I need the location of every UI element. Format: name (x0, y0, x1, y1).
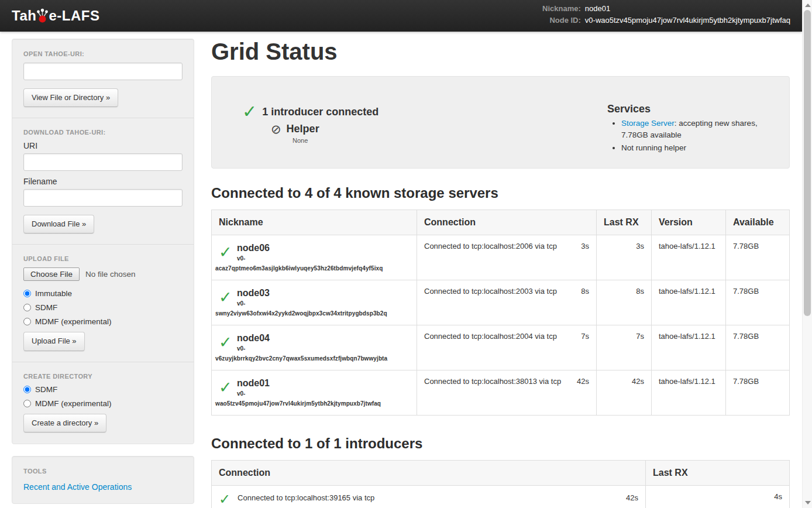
node-id-label: Node ID: (542, 16, 581, 26)
brand-logo[interactable]: Tah e-LAFS (12, 8, 99, 24)
scroll-up-arrow-icon[interactable] (805, 4, 811, 7)
upload-mdmf-label: MDMF (experimental) (35, 317, 112, 326)
server-id-hash: v6zuyjkbrrkqy2bvc2cny7qwax5sxumedsxfzfjw… (215, 355, 410, 362)
server-version: tahoe-lafs/1.12.1 (652, 370, 726, 416)
introducers-heading: Connected to 1 of 1 introducers (211, 435, 790, 452)
server-last-rx: 8s (597, 280, 652, 325)
connected-check-icon: ✓ (219, 288, 232, 307)
sidebar-divider (12, 118, 194, 118)
recent-operations-link[interactable]: Recent and Active Operations (23, 482, 132, 492)
server-last-rx: 3s (597, 235, 652, 280)
col-connection: Connection (417, 210, 597, 235)
table-row: ✓ node06 v0- acaz7qptmeo6m3asjlgkb6iwlyu… (212, 235, 790, 280)
col-nickname: Nickname (212, 210, 417, 235)
col-available: Available (726, 210, 790, 235)
scroll-down-arrow-icon[interactable] (805, 501, 811, 504)
node-info: Nickname: node01 Node ID: v0-wao5tzv45pm… (542, 4, 790, 26)
download-uri-section: DOWNLOAD TAHOE-URI: URI Filename Downloa… (23, 129, 183, 234)
table-header-row: Connection Last RX (212, 461, 790, 486)
server-id-prefix: v0- (237, 300, 410, 307)
service-helper-item: Not running helper (621, 142, 778, 154)
server-connection: Connected to tcp:localhost:2004 via tcp (424, 332, 557, 341)
introducer-connected-check-icon: ✓ (242, 103, 257, 121)
storage-servers-table: Nickname Connection Last RX Version Avai… (211, 210, 790, 416)
scrollbar-thumb[interactable] (804, 10, 811, 316)
node-id-value: v0-wao5tzv45pmoju47jow7rvl4ukirjm5ytbh2k… (585, 16, 790, 26)
upload-file-label: UPLOAD FILE (23, 255, 183, 262)
server-nickname: node06 (237, 242, 410, 253)
upload-file-button[interactable]: Upload File » (23, 332, 85, 351)
open-uri-section: OPEN TAHOE-URI: View File or Directory » (23, 50, 183, 107)
status-left-column: ✓ 1 introducer connected ⊘ Helper None (223, 88, 607, 157)
download-uri-input[interactable] (23, 153, 183, 171)
table-row: ✓ node01 v0- wao5tzv45pmoju47jow7rvl4uki… (212, 370, 790, 416)
open-uri-input[interactable] (23, 63, 183, 80)
upload-file-section: UPLOAD FILE Choose File No file chosen I… (23, 255, 183, 351)
sidebar: OPEN TAHOE-URI: View File or Directory »… (12, 39, 194, 504)
download-filename-input[interactable] (23, 189, 183, 207)
connection-age: 42s (626, 492, 638, 502)
upload-sdmf-radio[interactable] (23, 304, 31, 311)
table-row: ✓ node03 v0- swny2viyw63ofxwi4x2yykd2woq… (212, 280, 790, 325)
download-uri-label: DOWNLOAD TAHOE-URI: (23, 129, 183, 136)
server-nickname: node01 (237, 377, 410, 389)
server-id-hash: acaz7qptmeo6m3asjlgkb6iwlyuqey53hz26tbdm… (215, 265, 410, 272)
view-file-button[interactable]: View File or Directory » (23, 88, 118, 107)
mkdir-sdmf-radio[interactable] (23, 386, 31, 393)
page-body: OPEN TAHOE-URI: View File or Directory »… (0, 32, 802, 508)
mkdir-mdmf-radio[interactable] (23, 400, 31, 407)
storage-servers-heading: Connected to 4 of 4 known storage server… (211, 185, 790, 201)
introducer-status-text: 1 introducer connected (262, 106, 379, 118)
page-title: Grid Status (211, 39, 790, 64)
upload-mdmf-radio[interactable] (23, 318, 31, 325)
introducer-last-rx: 4s (646, 486, 790, 508)
upload-sdmf-label: SDMF (35, 303, 57, 312)
download-file-button[interactable]: Download File » (23, 215, 94, 234)
server-version: tahoe-lafs/1.12.1 (652, 325, 726, 370)
storage-server-link[interactable]: Storage Server (621, 119, 675, 128)
connected-check-icon: ✓ (219, 491, 230, 507)
col-last-rx: Last RX (646, 461, 790, 486)
mkdir-mdmf-label: MDMF (experimental) (35, 399, 112, 408)
upload-immutable-radio[interactable] (23, 290, 31, 297)
table-row: ✓ node04 v0- v6zuyjkbrrkqy2bvc2cny7qwax5… (212, 325, 790, 370)
server-version: tahoe-lafs/1.12.1 (652, 280, 726, 325)
nickname-value: node01 (585, 4, 790, 14)
server-id-hash: swny2viyw63ofxwi4x2yykd2woqjbpx3cw34xtri… (215, 310, 410, 317)
connected-check-icon: ✓ (219, 333, 232, 352)
server-id-prefix: v0- (237, 390, 410, 397)
introducer-connection: Connected to tcp:localhost:39165 via tcp (238, 492, 620, 502)
tools-label: TOOLS (23, 468, 183, 475)
connection-age: 3s (581, 242, 589, 250)
col-version: Version (652, 210, 726, 235)
services-title: Services (607, 103, 778, 115)
introducers-table: Connection Last RX ✓ Connected to tcp:lo… (211, 460, 790, 508)
tahoe-sprout-icon (36, 8, 49, 23)
server-connection: Connected to tcp:localhost:2006 via tcp (424, 242, 557, 250)
server-available: 7.78GB (726, 280, 790, 325)
server-connection: Connected to tcp:localhost:38013 via tcp (424, 377, 561, 386)
server-last-rx: 7s (597, 325, 652, 370)
server-nickname: node04 (237, 332, 410, 344)
table-row: ✓ Connected to tcp:localhost:39165 via t… (212, 486, 790, 508)
uri-field-label: URI (23, 141, 183, 150)
filename-field-label: Filename (23, 177, 183, 186)
helper-title: Helper (287, 123, 319, 135)
scrollbar[interactable] (802, 0, 812, 508)
create-directory-button[interactable]: Create a directory » (23, 414, 106, 433)
grid-status-summary: ✓ 1 introducer connected ⊘ Helper None S… (211, 76, 790, 169)
sidebar-forms-panel: OPEN TAHOE-URI: View File or Directory »… (12, 39, 194, 444)
server-connection: Connected to tcp:localhost:2003 via tcp (424, 287, 557, 296)
choose-file-button[interactable]: Choose File (23, 267, 80, 281)
connection-age: 42s (577, 377, 589, 386)
server-version: tahoe-lafs/1.12.1 (652, 235, 726, 280)
file-chosen-status: No file chosen (85, 270, 136, 279)
connection-age: 8s (581, 287, 589, 296)
mkdir-sdmf-label: SDMF (35, 385, 57, 394)
create-directory-label: CREATE DIRECTORY (23, 373, 183, 380)
table-header-row: Nickname Connection Last RX Version Avai… (212, 210, 790, 235)
brand-text-post: e-LAFS (49, 8, 99, 24)
open-uri-label: OPEN TAHOE-URI: (23, 50, 183, 57)
top-navbar: Tah e-LAFS Nickname: node01 Node ID: v0-… (0, 0, 802, 32)
server-last-rx: 42s (597, 370, 652, 416)
